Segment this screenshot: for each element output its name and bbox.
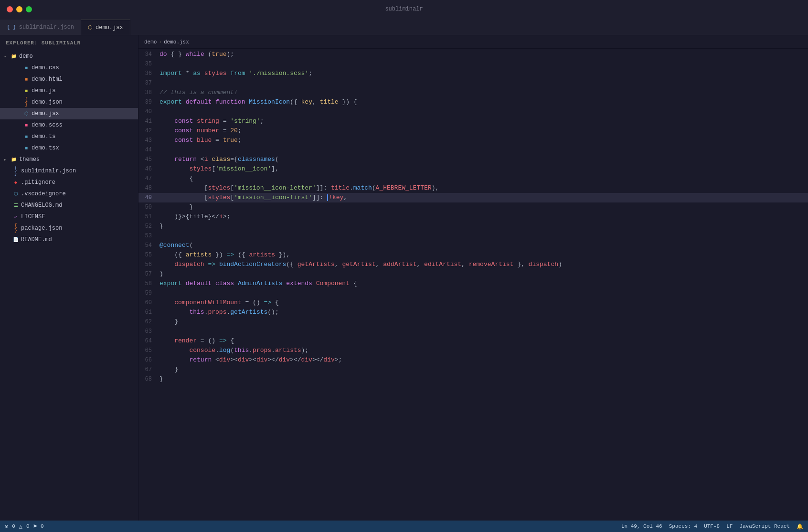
code-line-67: 67 } xyxy=(138,365,808,374)
chevron-down-icon: ▾ xyxy=(4,54,9,59)
sidebar-item-themes-folder[interactable]: ▸ 📁 themes xyxy=(0,154,138,165)
jsx-file-icon: ⬡ xyxy=(23,111,30,117)
sidebar-item-label: .vscodeignore xyxy=(21,191,66,197)
code-line-57: 57 ) xyxy=(138,269,808,279)
tab-label-subliminalr-json: subliminalr.json xyxy=(19,24,74,31)
sidebar-item-demo-css[interactable]: ■ demo.css xyxy=(0,62,138,74)
code-line-53: 53 xyxy=(138,231,808,241)
code-line-47: 47 { xyxy=(138,174,808,183)
sidebar-item-label: package.json xyxy=(21,225,62,232)
sidebar-item-label: demo.ts xyxy=(32,133,55,140)
code-line-58: 58 export default class AdminArtists ext… xyxy=(138,279,808,288)
folder-icon: 📁 xyxy=(11,53,17,59)
chevron-right-icon: ▸ xyxy=(4,157,9,162)
code-line-62: 62 } xyxy=(138,317,808,327)
sidebar-item-label: subliminalr.json xyxy=(21,168,76,174)
code-line-54: 54 @connect( xyxy=(138,241,808,250)
code-line-41: 41 const string = 'string'; xyxy=(138,117,808,126)
code-line-64: 64 render = () => { xyxy=(138,336,808,346)
license-icon: ⚖ xyxy=(12,214,19,220)
jsx-icon: ⬡ xyxy=(88,24,93,31)
notification-icon: 🔔 xyxy=(797,523,803,530)
sidebar-item-label: demo.tsx xyxy=(32,145,59,151)
package-icon: { } xyxy=(12,223,19,234)
spaces-indicator[interactable]: Spaces: 4 xyxy=(669,523,697,529)
sidebar-item-label: themes xyxy=(19,156,40,163)
tab-label-demo-jsx: demo.jsx xyxy=(96,24,123,31)
sidebar-item-demo-js[interactable]: ■ demo.js xyxy=(0,85,138,96)
js-file-icon: ■ xyxy=(23,88,30,94)
tab-subliminalr-json[interactable]: { } subliminalr.json xyxy=(0,20,81,35)
code-line-68: 68 } xyxy=(138,374,808,384)
error-icon: ⚑ xyxy=(33,523,37,530)
maximize-button[interactable] xyxy=(26,6,32,12)
code-line-66: 66 return <div><div><div></div></div></d… xyxy=(138,355,808,365)
sidebar-item-label: demo.json xyxy=(32,99,63,106)
code-line-44: 44 xyxy=(138,145,808,155)
code-line-60: 60 componentWillMount = () => { xyxy=(138,298,808,308)
sidebar-item-vscodeignore[interactable]: ⬡ .vscodeignore xyxy=(0,188,138,200)
warning-count: 0 xyxy=(26,523,30,529)
sidebar-item-license[interactable]: ⚖ LICENSE xyxy=(0,211,138,223)
code-line-51: 51 )}>{title}</i>; xyxy=(138,212,808,222)
changelog-icon: ☰ xyxy=(12,202,19,208)
sidebar-item-label: .gitignore xyxy=(21,179,55,186)
editor-area: demo › demo.jsx 34 do { } while (true); … xyxy=(138,35,808,521)
sidebar-item-readme[interactable]: 📄 README.md xyxy=(0,234,138,245)
sidebar-item-package-json[interactable]: { } package.json xyxy=(0,223,138,234)
sidebar-item-subliminalr-json[interactable]: { } subliminalr.json xyxy=(0,165,138,177)
code-line-45: 45 return <i class={classnames( xyxy=(138,155,808,164)
tab-bar: { } subliminalr.json ⬡ demo.jsx xyxy=(0,18,808,35)
sidebar-item-demo-scss[interactable]: ■ demo.scss xyxy=(0,119,138,131)
minimize-button[interactable] xyxy=(16,6,22,12)
sidebar-item-demo-folder[interactable]: ▾ 📁 demo xyxy=(0,51,138,62)
close-button[interactable] xyxy=(7,6,13,12)
lineending-indicator[interactable]: LF xyxy=(726,523,733,529)
code-line-65: 65 console.log(this.props.artists); xyxy=(138,346,808,355)
sidebar-item-demo-html[interactable]: ■ demo.html xyxy=(0,74,138,85)
breadcrumb-demo: demo xyxy=(144,39,157,45)
editor-content[interactable]: 34 do { } while (true); 35 36 import * a… xyxy=(138,49,808,521)
breadcrumb-file: demo.jsx xyxy=(164,39,189,45)
scss-file-icon: ■ xyxy=(23,123,30,128)
sidebar-item-label: demo.js xyxy=(32,87,55,94)
status-left: ⊙ 0 △ 0 ⚑ 0 xyxy=(5,523,44,530)
status-right: Ln 49, Col 46 Spaces: 4 UTF-8 LF JavaScr… xyxy=(621,523,803,530)
sidebar-item-label: README.md xyxy=(21,236,52,243)
folder-icon: 📁 xyxy=(11,157,17,162)
code-line-40: 40 xyxy=(138,107,808,117)
code-line-38: 38 // this is a comment! xyxy=(138,88,808,97)
status-bar: ⊙ 0 △ 0 ⚑ 0 Ln 49, Col 46 Spaces: 4 UTF-… xyxy=(0,521,808,532)
sidebar-item-demo-jsx[interactable]: ⬡ demo.jsx xyxy=(0,108,138,119)
sidebar-item-label: LICENSE xyxy=(21,213,45,220)
sidebar-item-demo-json[interactable]: { } demo.json xyxy=(0,96,138,108)
code-line-48: 48 [styles['mission__icon-letter']]: tit… xyxy=(138,183,808,193)
sidebar-item-label: demo.scss xyxy=(32,122,63,128)
sidebar-item-changelog[interactable]: ☰ CHANGELOG.md xyxy=(0,200,138,211)
encoding-indicator[interactable]: UTF-8 xyxy=(704,523,720,529)
tab-demo-jsx[interactable]: ⬡ demo.jsx xyxy=(81,20,130,35)
sidebar-item-demo-ts[interactable]: ■ demo.ts xyxy=(0,131,138,142)
vsc-icon: ⬡ xyxy=(12,191,19,197)
sidebar-item-demo-tsx[interactable]: ■ demo.tsx xyxy=(0,142,138,154)
sidebar-item-label: demo.html xyxy=(32,76,63,83)
git-status-icon: ⊙ xyxy=(5,523,8,530)
cursor-position[interactable]: Ln 49, Col 46 xyxy=(621,523,662,529)
json-icon: { } xyxy=(7,24,16,30)
code-line-34: 34 do { } while (true); xyxy=(138,50,808,59)
json-file-icon: { } xyxy=(23,97,30,107)
title-bar: subliminalr xyxy=(0,0,808,18)
status-zero: 0 xyxy=(12,523,15,529)
sidebar-item-label: CHANGELOG.md xyxy=(21,202,62,209)
code-line-36: 36 import * as styles from './mission.sc… xyxy=(138,69,808,78)
window-controls[interactable] xyxy=(7,6,32,12)
sidebar-item-label: demo.jsx xyxy=(32,110,59,117)
sidebar-item-gitignore[interactable]: ◆ .gitignore xyxy=(0,177,138,188)
code-line-49: 49 [styles['mission__icon-first']]: !key… xyxy=(138,193,808,202)
code-line-39: 39 export default function MissionIcon({… xyxy=(138,97,808,107)
code-line-35: 35 xyxy=(138,59,808,69)
language-indicator[interactable]: JavaScript React xyxy=(739,523,790,529)
sidebar-item-label: demo xyxy=(19,53,33,60)
subliminalr-icon: { } xyxy=(12,166,19,176)
git-icon: ◆ xyxy=(12,180,19,185)
